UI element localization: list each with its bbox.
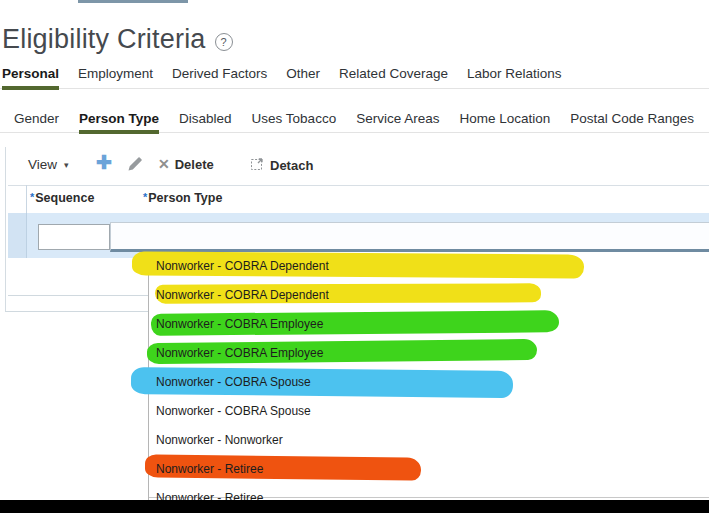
subtab-gender[interactable]: Gender	[14, 111, 59, 134]
subtab-postal-code-ranges[interactable]: Postal Code Ranges	[570, 111, 694, 134]
required-asterisk: *	[143, 191, 147, 203]
pencil-icon	[127, 156, 143, 176]
tab-personal[interactable]: Personal	[2, 66, 59, 90]
delete-button[interactable]: ✕ Delete	[158, 156, 214, 172]
dropdown-option-label: Nonworker - COBRA Dependent	[156, 259, 329, 273]
dropdown-option[interactable]: Nonworker - COBRA Dependent	[149, 281, 709, 310]
person-type-dropdown: Nonworker - COBRA DependentNonworker - C…	[148, 252, 709, 513]
view-label: View	[28, 157, 57, 172]
add-row-button[interactable]: ✚	[96, 151, 112, 174]
row-selector-cell[interactable]	[8, 213, 27, 258]
column-header-person-type: *Person Type	[143, 191, 222, 205]
dropdown-option[interactable]: Nonworker - COBRA Employee	[149, 310, 709, 339]
chevron-down-icon: ▾	[64, 160, 69, 170]
dropdown-option-label: Nonworker - COBRA Spouse	[156, 404, 311, 418]
tab-labor-relations[interactable]: Labor Relations	[467, 66, 562, 90]
subtab-home-location[interactable]: Home Location	[459, 111, 550, 134]
dropdown-option[interactable]: Nonworker - COBRA Employee	[149, 339, 709, 368]
eligibility-criteria-page: Eligibility Criteria ? PersonalEmploymen…	[0, 0, 709, 513]
sub-tabs: GenderPerson TypeDisabledUses TobaccoSer…	[14, 111, 694, 134]
tab-related-coverage[interactable]: Related Coverage	[339, 66, 448, 90]
dropdown-option[interactable]: Nonworker - Nonworker	[149, 426, 709, 455]
detach-icon	[250, 156, 265, 175]
subtab-uses-tobacco[interactable]: Uses Tobacco	[252, 111, 337, 134]
tab-employment[interactable]: Employment	[78, 66, 153, 90]
dropdown-option-label: Nonworker - COBRA Employee	[156, 346, 323, 360]
page-header: Eligibility Criteria ?	[2, 24, 233, 55]
dropdown-option[interactable]: Nonworker - COBRA Spouse	[149, 368, 709, 397]
required-asterisk: *	[30, 191, 34, 203]
screen-bottom-bar	[0, 500, 709, 513]
tab-other[interactable]: Other	[286, 66, 320, 90]
subtab-disabled[interactable]: Disabled	[179, 111, 232, 134]
view-menu-button[interactable]: View ▾	[28, 157, 69, 172]
plus-icon: ✚	[96, 151, 112, 174]
subtab-service-areas[interactable]: Service Areas	[356, 111, 439, 134]
column-header-sequence: *Sequence	[30, 191, 94, 205]
edit-button[interactable]	[127, 156, 143, 176]
dropdown-option-label: Nonworker - Nonworker	[156, 433, 283, 447]
person-type-column-label: Person Type	[148, 191, 222, 205]
sequence-input[interactable]	[38, 224, 110, 250]
dropdown-option-label: Nonworker - Retiree	[156, 462, 263, 476]
subtab-person-type[interactable]: Person Type	[79, 111, 159, 134]
detach-label: Detach	[270, 158, 313, 173]
sequence-column-label: Sequence	[35, 191, 94, 205]
page-title: Eligibility Criteria	[2, 24, 206, 55]
table-toolbar: View ▾ ✚ ✕ Delete Detach	[0, 150, 709, 180]
dropdown-option[interactable]: Nonworker - Retiree	[149, 455, 709, 484]
header-divider	[8, 185, 709, 186]
dropdown-option-label: Nonworker - COBRA Spouse	[156, 375, 311, 389]
person-type-combobox[interactable]	[110, 222, 709, 252]
window-top-strip	[78, 0, 188, 3]
dropdown-option-label: Nonworker - COBRA Dependent	[156, 288, 329, 302]
dropdown-option[interactable]: Nonworker - COBRA Spouse	[149, 397, 709, 426]
detach-button[interactable]: Detach	[250, 156, 313, 175]
dropdown-option[interactable]: Nonworker - COBRA Dependent	[149, 252, 709, 281]
tab-derived-factors[interactable]: Derived Factors	[172, 66, 267, 90]
delete-label: Delete	[175, 157, 214, 172]
main-tabs: PersonalEmploymentDerived FactorsOtherRe…	[2, 66, 562, 90]
dropdown-option-label: Nonworker - COBRA Employee	[156, 317, 323, 331]
help-icon[interactable]: ?	[215, 33, 233, 51]
x-icon: ✕	[158, 156, 170, 172]
